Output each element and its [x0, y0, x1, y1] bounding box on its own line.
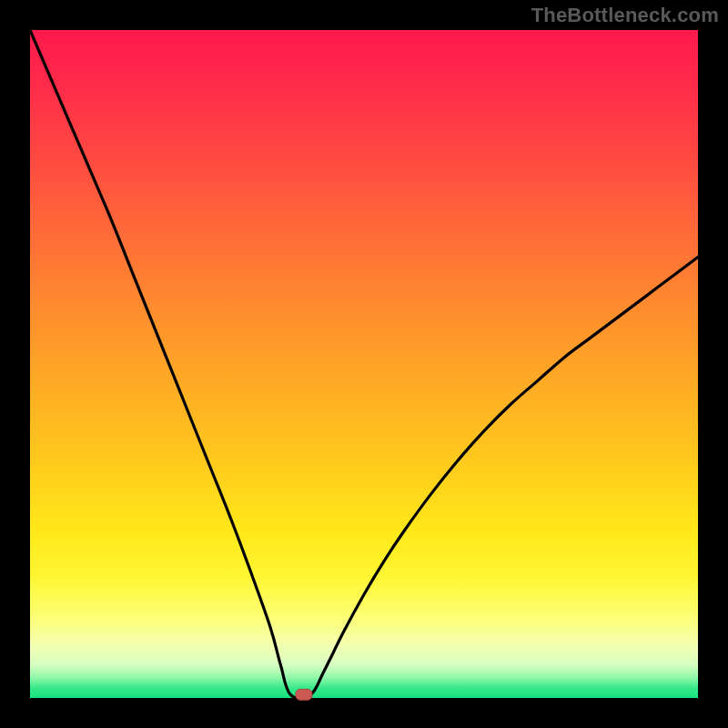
- watermark-text: TheBottleneck.com: [531, 4, 719, 27]
- min-marker: [296, 689, 312, 700]
- outer-frame: TheBottleneck.com: [0, 0, 728, 728]
- plot-area: [30, 30, 698, 698]
- bottleneck-curve: [30, 30, 698, 698]
- curve-svg: [30, 30, 698, 698]
